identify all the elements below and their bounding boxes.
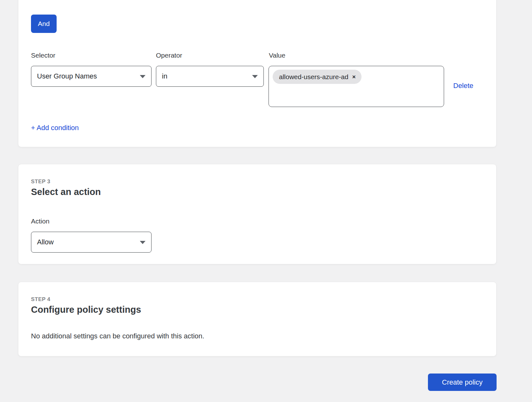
action-label: Action [31,217,49,225]
value-label: Value [269,52,285,59]
value-tag-label: allowed-users-azure-ad [279,73,348,81]
step3-label: STEP 3 [31,179,50,185]
chevron-down-icon [252,75,258,78]
condition-card: And Selector Operator Value User Group N… [18,0,497,147]
step4-label: STEP 4 [31,296,50,303]
and-logic-button[interactable]: And [31,15,57,33]
operator-label: Operator [156,52,182,59]
remove-tag-icon[interactable]: × [352,74,356,80]
policy-builder-page: And Selector Operator Value User Group N… [0,0,532,402]
step4-card: STEP 4 Configure policy settings No addi… [18,282,497,356]
chevron-down-icon [140,241,145,244]
action-dropdown-value: Allow [37,238,54,246]
operator-dropdown[interactable]: in [156,66,264,87]
value-multiselect-input[interactable]: allowed-users-azure-ad × [269,66,444,107]
action-dropdown[interactable]: Allow [31,232,152,253]
add-condition-link[interactable]: + Add condition [31,124,79,132]
selector-dropdown[interactable]: User Group Names [31,66,152,87]
delete-condition-link[interactable]: Delete [453,82,473,90]
selector-dropdown-value: User Group Names [37,72,97,80]
value-tag: allowed-users-azure-ad × [273,70,362,84]
create-policy-button[interactable]: Create policy [428,374,497,391]
step3-title: Select an action [31,187,101,197]
step3-card: STEP 3 Select an action Action Allow [18,164,497,264]
operator-dropdown-value: in [162,72,167,80]
step4-title: Configure policy settings [31,305,141,315]
selector-label: Selector [31,52,55,59]
step4-description: No additional settings can be configured… [31,332,204,340]
chevron-down-icon [140,75,145,78]
